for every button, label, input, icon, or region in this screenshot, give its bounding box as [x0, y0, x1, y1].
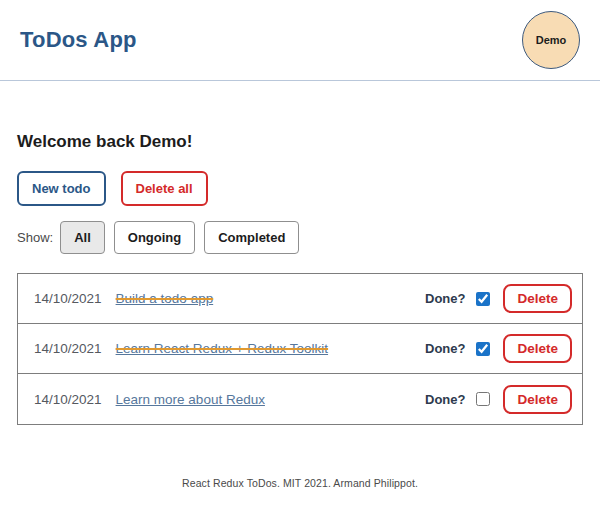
- delete-all-button[interactable]: Delete all: [121, 171, 208, 206]
- filter-all[interactable]: All: [60, 221, 105, 254]
- filter-buttons: AllOngoingCompleted: [60, 221, 308, 254]
- action-buttons: New todo Delete all: [17, 171, 583, 206]
- delete-button[interactable]: Delete: [503, 334, 572, 363]
- done-label: Done?: [425, 341, 465, 356]
- done-checkbox[interactable]: [476, 342, 490, 356]
- app-header: ToDos App Demo: [0, 0, 600, 81]
- todo-row-controls: Done?Delete: [425, 385, 572, 414]
- show-filter-label: Show:: [17, 230, 53, 245]
- main-content: Welcome back Demo! New todo Delete all S…: [0, 81, 600, 463]
- todo-row-controls: Done?Delete: [425, 284, 572, 313]
- filter-completed[interactable]: Completed: [204, 221, 299, 254]
- new-todo-button[interactable]: New todo: [17, 171, 106, 206]
- todo-date: 14/10/2021: [34, 341, 102, 356]
- delete-button[interactable]: Delete: [503, 284, 572, 313]
- todo-title-link[interactable]: Build a todo app: [116, 291, 214, 306]
- done-checkbox[interactable]: [476, 292, 490, 306]
- avatar-label: Demo: [536, 34, 567, 46]
- delete-button[interactable]: Delete: [503, 385, 572, 414]
- todo-title-text: Learn more about Redux: [116, 392, 265, 407]
- table-row: 14/10/2021Build a todo appDone?Delete: [18, 274, 582, 324]
- todo-title-link[interactable]: Learn more about Redux: [116, 392, 265, 407]
- todo-date: 14/10/2021: [34, 291, 102, 306]
- table-row: 14/10/2021Learn more about ReduxDone?Del…: [18, 374, 582, 424]
- footer-text: React Redux ToDos. MIT 2021. Armand Phil…: [0, 477, 600, 489]
- filter-ongoing[interactable]: Ongoing: [114, 221, 195, 254]
- avatar[interactable]: Demo: [522, 11, 580, 69]
- todos-app-page: ToDos App Demo Welcome back Demo! New to…: [0, 0, 600, 507]
- todo-row-controls: Done?Delete: [425, 334, 572, 363]
- welcome-heading: Welcome back Demo!: [17, 132, 583, 152]
- table-row: 14/10/2021Learn React Redux + Redux Tool…: [18, 324, 582, 374]
- filter-bar: Show: AllOngoingCompleted: [17, 221, 583, 254]
- app-title: ToDos App: [20, 27, 137, 53]
- todo-date: 14/10/2021: [34, 392, 102, 407]
- done-label: Done?: [425, 392, 465, 407]
- done-label: Done?: [425, 291, 465, 306]
- todo-title-text: Learn React Redux + Redux Toolkit: [116, 341, 329, 356]
- done-checkbox[interactable]: [476, 392, 490, 406]
- todo-title-link[interactable]: Learn React Redux + Redux Toolkit: [116, 341, 329, 356]
- todo-title-text: Build a todo app: [116, 291, 214, 306]
- app-footer: React Redux ToDos. MIT 2021. Armand Phil…: [0, 463, 600, 507]
- todo-list: 14/10/2021Build a todo appDone?Delete14/…: [17, 273, 583, 425]
